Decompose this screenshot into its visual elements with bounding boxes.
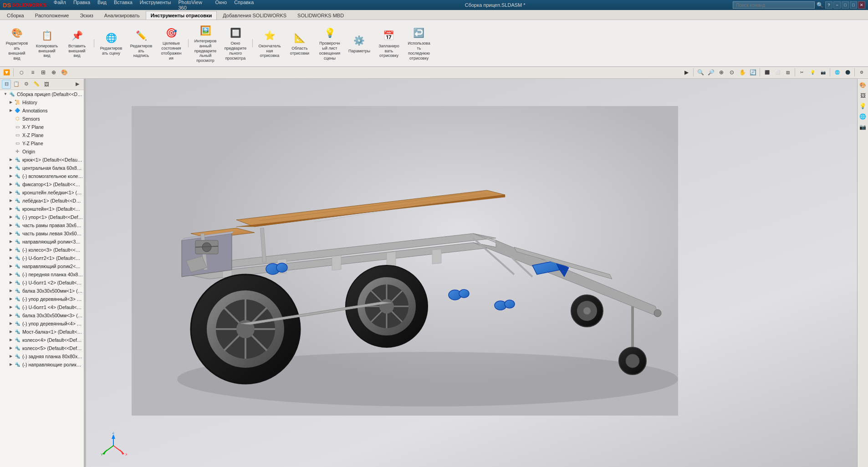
tree-item-balka-500-1[interactable]: ▶ 🔩 балка 30х30х500мм<1> (Def <box>0 287 84 295</box>
command-search[interactable] <box>733 1 815 9</box>
tree-item-kronshteyn-leb[interactable]: ▶ 🔩 кронштейн лебедки<1> (Def <box>0 188 84 197</box>
tree-item-upor-derev3[interactable]: ▶ 🔩 (-) упор деревянный<3> (Def <box>0 295 84 303</box>
close-btn[interactable]: ✕ <box>858 1 865 9</box>
btn-edit-scene[interactable]: 🌐 Редактировать сцену <box>97 29 125 58</box>
pan-btn[interactable]: ✋ <box>738 68 747 77</box>
view-wireframe-btn[interactable]: ⬜ <box>773 68 782 77</box>
tab-analyze[interactable]: Анализировать <box>99 11 145 20</box>
menu-insert[interactable]: Вставка <box>110 0 136 11</box>
tree-item-xz-plane[interactable]: ▭ X-Z Plane <box>0 131 84 139</box>
zoom-to-fit-btn[interactable]: 🔍 <box>696 68 705 77</box>
minimize-btn[interactable]: − <box>833 1 841 9</box>
btn-copy-appearance[interactable]: 📋 Копировать внешний вид <box>33 26 61 60</box>
view-color-btn[interactable]: 🎨 <box>60 68 69 77</box>
filter-btn[interactable]: 🔽 <box>2 68 11 77</box>
rp-shadows-btn[interactable]: 💡 <box>858 102 868 111</box>
display-manager-btn[interactable]: 🖼 <box>42 80 51 89</box>
tree-item-u-bolt1-4[interactable]: ▶ 🔩 (-) U-болт1 <4> (Default<<De <box>0 303 84 311</box>
tree-item-zadnyaya-planka[interactable]: ▶ 🔩 (-) задняя планка 80х80х1260м <box>0 352 84 360</box>
tab-sketch[interactable]: Эскиз <box>75 11 98 20</box>
btn-parameters[interactable]: ⚙️ Параметры <box>346 31 373 56</box>
menu-photoview[interactable]: PhotoView 360 <box>174 0 211 11</box>
zoom-in-btn[interactable]: ⊕ <box>717 68 726 77</box>
rp-camera-btn[interactable]: 📷 <box>858 122 868 132</box>
3d-viewport[interactable]: Z X Y <box>86 79 857 467</box>
menu-tools[interactable]: Инструменты <box>136 0 175 11</box>
tab-assembly[interactable]: Сборка <box>2 11 29 20</box>
restore-btn[interactable]: □ <box>842 1 849 9</box>
tree-item-upor-derev4[interactable]: ▶ 🔩 (-) упор деревянный<4> (Def <box>0 320 84 328</box>
view-settings-btn[interactable]: ⚙ <box>857 68 866 77</box>
btn-final-render[interactable]: ⭐ Окончательная отрисовка <box>255 26 284 60</box>
tree-item-balka-500-3[interactable]: ▶ 🔩 балка 30х30х500мм<3> (Def <box>0 311 84 320</box>
btn-use-last-render[interactable]: ↩️ Использовать последнюю отрисовку <box>405 24 433 62</box>
zoom-select-btn[interactable]: 🔎 <box>706 68 715 77</box>
tab-render-tools[interactable]: Инструменты отрисовки <box>146 11 217 20</box>
tree-item-naprav-rolik2[interactable]: ▶ 🔩 направляющий ролик2<2> ( <box>0 262 84 270</box>
btn-target-display[interactable]: 🎯 Целевые состояния отображения <box>157 24 185 62</box>
tree-item-naprav-roliki1[interactable]: ▶ 🔩 (-) направляющие ролики<1 <box>0 360 84 369</box>
menu-window[interactable]: Окно <box>212 0 231 11</box>
view-orientation-btn[interactable]: ⬡ <box>16 68 27 77</box>
tree-item-sensors[interactable]: ⬡ Sensors <box>0 115 84 123</box>
tab-solidworks-addins[interactable]: Добавления SOLIDWORKS <box>218 11 291 20</box>
tab-layout[interactable]: Расположение <box>30 11 74 20</box>
menu-edit[interactable]: Правка <box>70 0 94 11</box>
view-list-btn[interactable]: ≡ <box>28 68 37 77</box>
tree-item-yz-plane[interactable]: ▭ Y-Z Plane <box>0 139 84 147</box>
menu-view[interactable]: Вид <box>94 0 110 11</box>
lights-btn[interactable]: 💡 <box>808 68 817 77</box>
tree-item-chast-prav[interactable]: ▶ 🔩 часть рамы правая 30х60мм <box>0 221 84 229</box>
tree-item-upor1[interactable]: ▶ 🔩 (-) упор<1> (Default<<Defaul <box>0 213 84 221</box>
rotate-btn[interactable]: 🔄 <box>748 68 757 77</box>
tree-more-btn[interactable]: ▶ <box>73 80 82 89</box>
tree-item-naprav-rolik3[interactable]: ▶ 🔩 направляющий ролик<3> (D <box>0 238 84 246</box>
view-icons-btn[interactable]: ⊞ <box>39 68 48 77</box>
tree-item-kronshteyn1[interactable]: ▶ 🔩 кронштейн<1> (Default<<De <box>0 205 84 213</box>
tree-item-most-balka[interactable]: ▶ 🔩 Мост-балка<1> (Default<<De <box>0 328 84 336</box>
tree-item-history[interactable]: ▶ 📜 History <box>0 98 84 107</box>
btn-lighting-check[interactable]: 💡 Проверочный лист освещения сцены <box>316 24 344 62</box>
tab-mbd[interactable]: SOLIDWORKS MBD <box>292 11 349 20</box>
config-manager-btn[interactable]: ⚙ <box>22 80 31 89</box>
section-view-btn[interactable]: ✂ <box>797 68 807 77</box>
tree-item-koleso4[interactable]: ▶ 🔩 колесо<4> (Default<<Default <box>0 336 84 344</box>
btn-edit-appearance[interactable]: 🎨 Редактировать внешний вид <box>3 24 31 62</box>
tree-item-perednyaya-planka[interactable]: ▶ 🔩 (-) передняя планка 40х80х12 <box>0 270 84 279</box>
tree-root[interactable]: ▼ 🔩 Сборка прицеп (Default<<Default <box>0 90 84 98</box>
btn-render-region[interactable]: 📐 Область отрисовки <box>286 29 314 58</box>
tree-item-koleso5[interactable]: ▶ 🔩 колесо<5> (Default<<Default <box>0 344 84 352</box>
btn-preview-window[interactable]: 🔲 Окно предварительного просмотра <box>221 24 250 62</box>
tree-item-koleso3[interactable]: ▶ 🔩 (-) колесо<3> (Default<<Defa <box>0 246 84 254</box>
tree-item-fiksator[interactable]: ▶ 🔩 фиксатор<1> (Default<<Defa <box>0 180 84 188</box>
menu-help[interactable]: Справка <box>230 0 257 11</box>
rp-scene-btn[interactable]: 🌐 <box>858 112 868 121</box>
expand-btn[interactable]: ▶ <box>682 68 691 77</box>
tree-item-xy-plane[interactable]: ▭ X-Y Plane <box>0 123 84 131</box>
menu-file[interactable]: Файл <box>50 0 70 11</box>
tree-item-u-bolt2[interactable]: ▶ 🔩 (-) U-болт2<1> (Default<<Del <box>0 254 84 262</box>
btn-edit-label[interactable]: ✏️ Редактировать надпись <box>127 26 155 60</box>
btn-schedule-render[interactable]: 📅 Запланировать отрисовку <box>375 26 403 60</box>
tree-item-origin[interactable]: ✛ Origin <box>0 147 84 156</box>
maximize-btn[interactable]: □ <box>850 1 857 9</box>
tree-item-kryuk[interactable]: ▶ 🔩 крюк<1> (Default<<Default>_ <box>0 156 84 164</box>
property-manager-btn[interactable]: 📋 <box>12 80 21 89</box>
btn-paste-appearance[interactable]: 📌 Вставить внешний вид <box>63 26 91 60</box>
zoom-out-btn[interactable]: ⊙ <box>727 68 736 77</box>
tree-item-lebedka[interactable]: ▶ 🔩 лебёдка<1> (Default<<Default <box>0 197 84 205</box>
hidden-lines-btn[interactable]: ▨ <box>783 68 792 77</box>
dim-expert-btn[interactable]: 📏 <box>32 80 41 89</box>
feature-manager-btn[interactable]: ⊟ <box>2 80 11 89</box>
shadows-btn[interactable]: 🌑 <box>843 68 852 77</box>
rp-realview-btn[interactable]: 🖼 <box>858 91 868 100</box>
rp-appearance-btn[interactable]: 🎨 <box>858 81 868 90</box>
bg-btn[interactable]: 🌐 <box>832 68 842 77</box>
tree-item-balka-cent[interactable]: ▶ 🔩 центральная балка 60х80<1> <box>0 164 84 172</box>
tree-item-vsp-kol[interactable]: ▶ 🔩 (-) вспомогательное колесо< <box>0 172 84 180</box>
view-shaded-btn[interactable]: ⬛ <box>762 68 771 77</box>
btn-integrated-preview[interactable]: 🖼️ Интегрированный предварительный просм… <box>191 21 220 65</box>
camera-btn[interactable]: 📷 <box>818 68 827 77</box>
view-tree-btn[interactable]: ⊕ <box>49 68 58 77</box>
tree-item-chast-lev[interactable]: ▶ 🔩 часть рамы левая 30х60мм< <box>0 229 84 238</box>
